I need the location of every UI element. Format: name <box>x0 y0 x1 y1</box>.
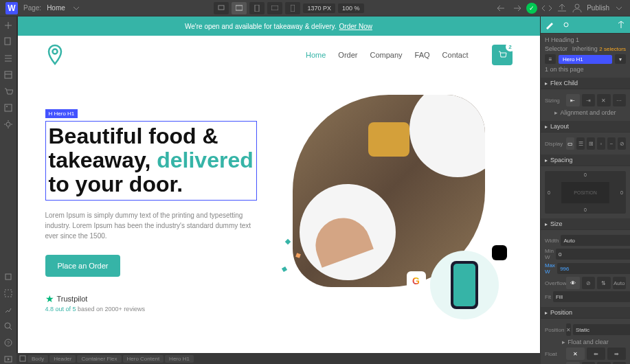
flex-more-button[interactable]: ⋯ <box>613 94 627 106</box>
export-icon[interactable] <box>556 3 567 14</box>
video-icon[interactable] <box>3 354 13 364</box>
hero-image-wrap: G <box>293 95 513 312</box>
width-input[interactable] <box>561 235 630 246</box>
banner-link[interactable]: Order Now <box>339 23 372 30</box>
device-preview-button[interactable] <box>214 2 229 14</box>
user-icon[interactable] <box>572 3 583 14</box>
nav-home[interactable]: Home <box>306 51 326 59</box>
float-clear-label[interactable]: ▸ Float and clear <box>545 339 626 345</box>
maxw-label: Max W <box>545 262 555 275</box>
position-close-button[interactable]: ✕ <box>566 323 571 336</box>
page-name[interactable]: Home <box>47 4 65 12</box>
breadcrumb-item[interactable]: Hero H1 <box>165 355 194 363</box>
design-canvas[interactable]: We're open and available for takeaway & … <box>16 16 541 353</box>
nav-faq[interactable]: FAQ <box>415 51 430 59</box>
publish-dropdown-icon[interactable] <box>614 3 625 14</box>
nav-order[interactable]: Order <box>338 51 357 59</box>
confetti-icon <box>284 238 290 244</box>
settings-tab-icon[interactable] <box>561 20 571 30</box>
device-desktop-button[interactable] <box>232 2 247 14</box>
add-element-icon[interactable] <box>3 21 13 30</box>
help-icon[interactable]: ? <box>3 338 13 348</box>
overflow-visible-button[interactable]: 👁 <box>566 277 580 289</box>
spacing-editor[interactable]: 0 0 0 0 POSITION <box>545 171 626 214</box>
search-icon[interactable] <box>3 321 13 331</box>
instance-count[interactable]: 1 on this page <box>545 66 626 73</box>
overflow-hidden-button[interactable]: ⊘ <box>582 277 596 289</box>
flex-grow-button[interactable]: ⇥ <box>582 94 596 106</box>
flex-none-button[interactable]: ✕ <box>597 94 611 106</box>
maxw-input[interactable] <box>557 263 630 274</box>
selector-type-icon[interactable]: ≡ <box>545 54 556 64</box>
size-header[interactable]: Size <box>541 218 630 229</box>
hero-heading[interactable]: Beautiful food & takeaway, delivered to … <box>45 121 257 201</box>
undo-icon[interactable] <box>496 3 507 14</box>
place-order-button[interactable]: Place an Order <box>45 255 121 277</box>
float-left-button[interactable]: ⬅ <box>587 348 605 360</box>
code-icon[interactable] <box>541 3 552 14</box>
overflow-auto-button[interactable]: Auto <box>613 277 627 289</box>
nav-company[interactable]: Company <box>370 51 402 59</box>
position-header[interactable]: Position <box>541 307 630 318</box>
interactions-tab-icon[interactable] <box>616 20 626 30</box>
selector-dropdown-icon[interactable]: ▾ <box>615 54 626 64</box>
ecommerce-icon[interactable] <box>3 87 13 96</box>
cms-icon[interactable] <box>3 70 13 80</box>
canvas-width[interactable]: 1370 PX <box>303 3 335 13</box>
settings-icon[interactable] <box>3 120 13 129</box>
display-block-button[interactable]: ▭ <box>566 137 574 150</box>
style-tab-icon[interactable] <box>545 20 554 30</box>
hero-paragraph[interactable]: Lorem Ipsum is simply dummy text of the … <box>45 210 251 241</box>
breadcrumb-item[interactable]: Hero Content <box>123 355 164 363</box>
status-ok-icon[interactable]: ✓ <box>526 3 537 14</box>
dropdown-icon[interactable] <box>71 3 82 14</box>
flex-shrink-button[interactable]: ⇤ <box>566 94 580 106</box>
fit-input[interactable] <box>553 291 630 302</box>
spacing-header[interactable]: Spacing <box>541 155 630 166</box>
navigator-icon[interactable] <box>3 54 13 63</box>
inheriting-label[interactable]: Inheriting 2 selectors <box>572 45 626 52</box>
tool-box-icon[interactable] <box>3 272 13 282</box>
display-inline-block-button[interactable]: ▫ <box>597 137 605 150</box>
display-grid-button[interactable]: ⊞ <box>587 137 595 150</box>
webflow-logo[interactable]: W <box>5 2 18 14</box>
trustpilot-badge[interactable]: ★ Trustpilot <box>45 293 272 304</box>
confetti-icon <box>295 253 301 258</box>
tool-outline-icon[interactable] <box>3 288 13 298</box>
breadcrumb-item[interactable]: Header <box>49 355 76 363</box>
layout-header[interactable]: Layout <box>541 121 630 132</box>
element-selection-tag[interactable]: H Hero H1 <box>45 109 78 118</box>
svg-rect-11 <box>5 274 11 280</box>
device-mobile-button[interactable] <box>285 2 300 14</box>
breadcrumb-bar: Body Header Container Flex Hero Content … <box>16 353 541 364</box>
display-flex-button[interactable]: ☰ <box>576 137 585 150</box>
float-right-button[interactable]: ➡ <box>607 348 626 360</box>
class-name-chip[interactable]: Hero H1 <box>559 55 612 64</box>
breadcrumb-item[interactable]: Container Flex <box>77 355 121 363</box>
audit-icon[interactable] <box>3 305 13 315</box>
float-none-button[interactable]: ✕ <box>566 348 585 360</box>
display-none-button[interactable]: ⊘ <box>618 137 626 150</box>
alignment-label[interactable]: ▸ Alignment and order <box>545 109 626 116</box>
nav-contact[interactable]: Contact <box>442 51 469 59</box>
flex-child-header[interactable]: Flex Child <box>541 78 630 89</box>
device-tablet-button[interactable] <box>249 2 265 14</box>
overflow-scroll-button[interactable]: ⇅ <box>597 277 611 289</box>
pages-icon[interactable] <box>3 37 13 47</box>
svg-rect-3 <box>271 5 278 10</box>
navigator-toggle-icon[interactable] <box>19 355 26 362</box>
svg-rect-19 <box>20 356 25 361</box>
overflow-label: Overflow <box>545 280 564 286</box>
assets-icon[interactable] <box>3 103 13 113</box>
canvas-scale[interactable]: 100 % <box>338 3 364 13</box>
redo-icon[interactable] <box>511 3 522 14</box>
minw-input[interactable] <box>556 249 630 260</box>
google-icon: G <box>407 271 426 291</box>
publish-button[interactable]: Publish <box>587 4 609 12</box>
cart-button[interactable]: 2 <box>492 45 513 65</box>
device-mobile-landscape-button[interactable] <box>267 2 282 14</box>
position-input[interactable] <box>573 324 630 335</box>
breadcrumb-item[interactable]: Body <box>27 355 48 363</box>
site-logo[interactable] <box>45 44 65 66</box>
display-inline-button[interactable]: − <box>607 137 616 150</box>
